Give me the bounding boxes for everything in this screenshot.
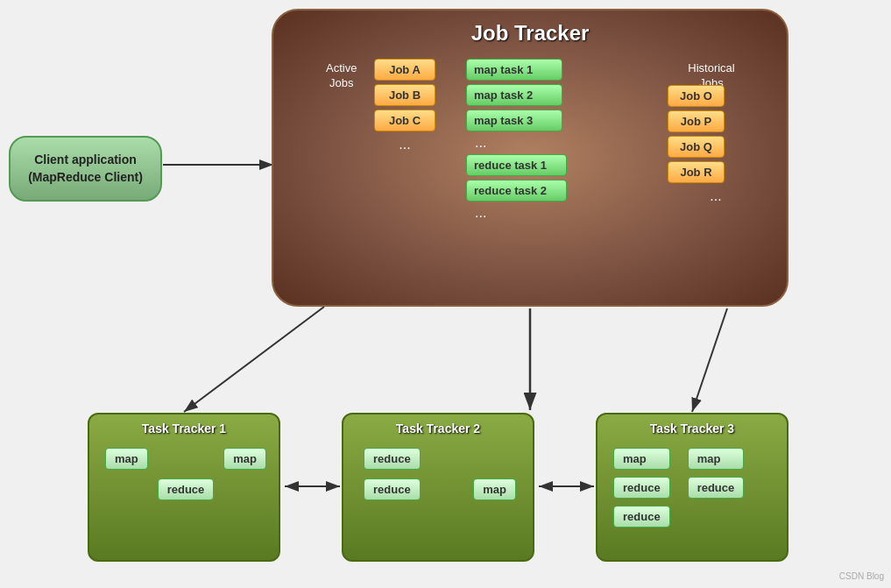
reduce-task-2: reduce task 2 <box>466 180 567 202</box>
hist-jobs-ellipsis: ... <box>668 187 764 206</box>
tt1-tasks: map map reduce <box>96 448 275 500</box>
reduce-task-1: reduce task 1 <box>466 154 567 176</box>
tt2-reduce-2: reduce <box>364 478 421 500</box>
tt3-reduce-3: map <box>688 448 745 470</box>
job-tracker-title: Job Tracker <box>273 11 787 46</box>
map-tasks-ellipsis: ... <box>466 135 567 151</box>
job-o: Job O <box>668 85 725 107</box>
job-tracker-box: Job Tracker ActiveJobs Job A Job B Job C… <box>272 9 788 307</box>
tt3-reduce-2: reduce <box>613 506 670 528</box>
task-tracker-1: Task Tracker 1 map map reduce <box>88 413 280 562</box>
tt2-map-1: map <box>473 478 516 500</box>
client-application-box: Client application (MapReduce Client) <box>9 136 162 202</box>
tt1-map-2: map <box>223 448 266 470</box>
tt3-reduce-1: reduce <box>613 477 670 499</box>
tt3-map-2: reduce <box>688 477 745 499</box>
job-r: Job R <box>668 161 725 183</box>
task-tracker-3: Task Tracker 3 map reduce reduce map red… <box>596 413 788 562</box>
job-a: Job A <box>374 59 435 81</box>
job-p: Job P <box>668 110 725 132</box>
map-task-1: map task 1 <box>466 59 562 81</box>
task-tracker-3-title: Task Tracker 3 <box>598 414 787 441</box>
tt2-reduce-1: reduce <box>364 448 421 470</box>
svg-line-9 <box>184 307 324 412</box>
tasks-list: map task 1 map task 2 map task 3 ... red… <box>466 59 567 221</box>
svg-line-12 <box>692 308 727 412</box>
map-task-2: map task 2 <box>466 84 562 106</box>
job-b: Job B <box>374 84 435 106</box>
client-line2: (MapReduce Client) <box>28 170 143 184</box>
client-line1: Client application <box>34 152 137 166</box>
active-jobs-list: Job A Job B Job C ... <box>374 59 435 154</box>
historical-jobs-list: Job O Job P Job Q Job R ... <box>668 59 764 206</box>
job-c: Job C <box>374 110 435 131</box>
reduce-tasks-ellipsis: ... <box>466 205 567 221</box>
task-tracker-2: Task Tracker 2 reduce reduce map <box>342 413 534 562</box>
active-jobs-label: ActiveJobs <box>326 61 357 91</box>
map-task-3: map task 3 <box>466 110 562 131</box>
job-q: Job Q <box>668 136 725 158</box>
tt3-map-1: map <box>613 448 670 470</box>
task-tracker-1-title: Task Tracker 1 <box>89 414 279 441</box>
tt1-reduce-1: reduce <box>158 478 215 500</box>
tt2-tasks: reduce reduce map <box>350 448 529 500</box>
tt3-tasks: map reduce reduce map reduce <box>605 448 783 528</box>
watermark: CSDN Blog <box>839 571 884 581</box>
task-tracker-2-title: Task Tracker 2 <box>343 414 533 441</box>
active-jobs-ellipsis: ... <box>374 135 435 154</box>
tt1-map-1: map <box>105 448 148 470</box>
